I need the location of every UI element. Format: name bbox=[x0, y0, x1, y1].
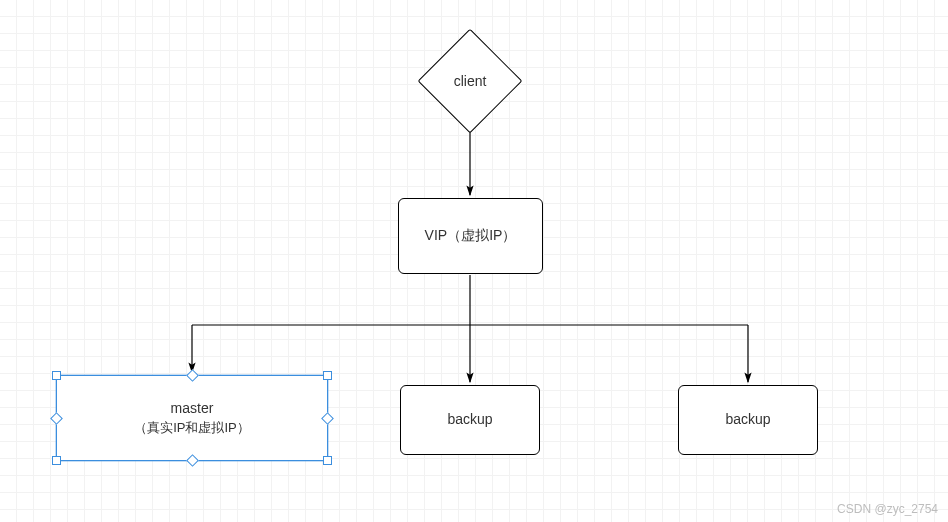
node-backup2-label: backup bbox=[725, 410, 770, 430]
node-backup2[interactable]: backup bbox=[678, 385, 818, 455]
node-client-label: client bbox=[454, 73, 487, 89]
watermark: CSDN @zyc_2754 bbox=[837, 502, 938, 516]
anchor-handle-e[interactable] bbox=[321, 412, 334, 425]
anchor-handle-s[interactable] bbox=[186, 454, 199, 467]
anchor-handle-n[interactable] bbox=[186, 369, 199, 382]
node-vip[interactable]: VIP（虚拟IP） bbox=[398, 198, 543, 274]
anchor-handle-w[interactable] bbox=[50, 412, 63, 425]
node-backup1[interactable]: backup bbox=[400, 385, 540, 455]
node-client[interactable]: client bbox=[419, 30, 521, 132]
node-master-label: master bbox=[171, 399, 214, 419]
node-backup1-label: backup bbox=[447, 410, 492, 430]
resize-handle-sw[interactable] bbox=[52, 456, 61, 465]
node-master[interactable]: master （真实IP和虚拟IP） bbox=[56, 375, 328, 461]
node-vip-label: VIP（虚拟IP） bbox=[425, 226, 517, 246]
node-master-sublabel: （真实IP和虚拟IP） bbox=[134, 419, 250, 437]
resize-handle-ne[interactable] bbox=[323, 371, 332, 380]
resize-handle-nw[interactable] bbox=[52, 371, 61, 380]
resize-handle-se[interactable] bbox=[323, 456, 332, 465]
